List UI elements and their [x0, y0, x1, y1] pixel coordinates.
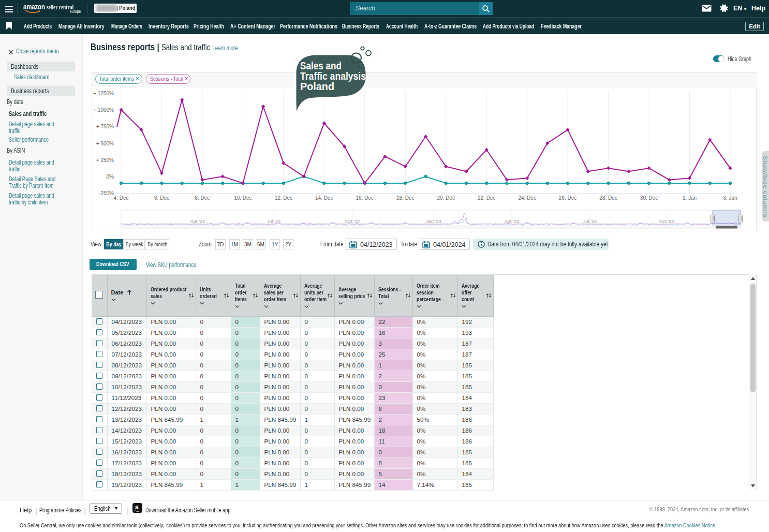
svg-text:+ 250%: + 250%: [96, 157, 114, 163]
svg-text:-250%: -250%: [99, 190, 114, 196]
svg-text:Poland: Poland: [300, 80, 334, 92]
svg-text:1. Jan: 1. Jan: [683, 195, 697, 201]
svg-text:3. Jan: 3. Jan: [723, 195, 737, 201]
svg-text:Jan ’23: Jan ’23: [426, 219, 441, 224]
svg-text:Jul ’22: Jul ’22: [267, 219, 280, 224]
svg-text:14. Dec: 14. Dec: [315, 195, 333, 201]
svg-text:+ 750%: + 750%: [96, 124, 114, 129]
svg-text:Apr ’22: Apr ’22: [190, 219, 205, 224]
svg-text:6. Dec: 6. Dec: [154, 195, 169, 201]
svg-text:+ 1250%: + 1250%: [93, 91, 114, 96]
svg-text:10. Dec: 10. Dec: [234, 195, 252, 201]
svg-text:Oct ’23: Oct ’23: [659, 219, 674, 224]
svg-text:Apr ’23: Apr ’23: [505, 219, 520, 224]
svg-text:8. Dec: 8. Dec: [195, 195, 210, 201]
svg-text:24. Dec: 24. Dec: [518, 195, 536, 201]
svg-text:+ 1000%: + 1000%: [93, 107, 114, 113]
svg-text:16. Dec: 16. Dec: [356, 195, 374, 201]
svg-text:22. Dec: 22. Dec: [478, 195, 495, 201]
svg-text:0%: 0%: [107, 174, 114, 180]
svg-text:26. Dec: 26. Dec: [559, 195, 576, 201]
svg-text:12. Dec: 12. Dec: [275, 195, 292, 201]
svg-text:20. Dec: 20. Dec: [437, 195, 454, 201]
svg-text:+ 500%: + 500%: [96, 141, 114, 146]
svg-text:30. Dec: 30. Dec: [640, 195, 658, 201]
svg-text:18. Dec: 18. Dec: [396, 195, 414, 201]
svg-text:28. Dec: 28. Dec: [599, 195, 617, 201]
svg-text:4. Dec: 4. Dec: [114, 195, 129, 201]
